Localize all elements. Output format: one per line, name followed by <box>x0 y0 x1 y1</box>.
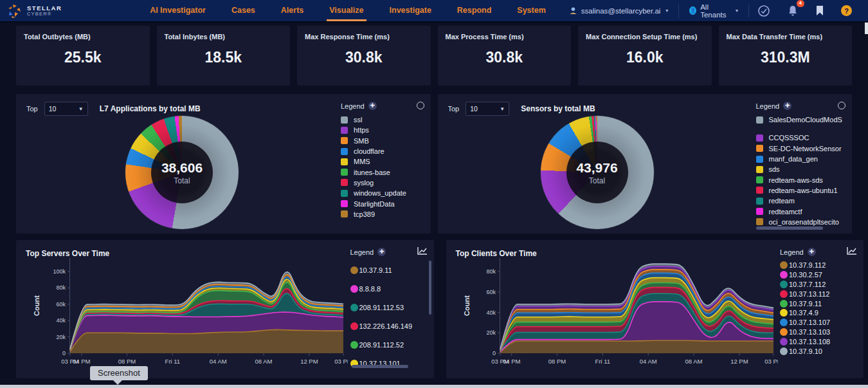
bookmarks-button[interactable] <box>807 5 833 16</box>
legend-item[interactable]: 10.37.13.112 <box>780 289 858 299</box>
legend-swatch <box>341 190 348 197</box>
legend-swatch <box>756 145 763 152</box>
legend-label: 10.30.2.57 <box>789 271 822 279</box>
legend-label: 10.37.4.9 <box>789 309 818 317</box>
health-check-button[interactable] <box>748 5 779 17</box>
legend-label: 10.37.9.11 <box>789 300 822 308</box>
legend-label: sds <box>769 165 780 173</box>
legend-item[interactable]: 10.37.13.103 <box>780 328 858 337</box>
clients-area-chart[interactable]: 020k40k60k80k03 PM04 PM08 PMFri 1104 AM0… <box>471 255 778 373</box>
legend-item[interactable]: windows_update <box>341 188 429 198</box>
legend-item[interactable]: 10.37.9.112 <box>780 261 858 270</box>
legend-item[interactable]: redteamctf <box>756 206 849 216</box>
legend-item[interactable]: syslog <box>341 178 429 188</box>
legend-item[interactable]: MMS <box>341 156 429 167</box>
legend-item[interactable]: redteam <box>756 196 849 206</box>
panel-sensors: Top 10 ▼ Sensors by total MB 43,976 Tota… <box>438 94 853 234</box>
kpi-value: 16.0k <box>586 49 704 66</box>
pie-chart-sensors[interactable]: 43,976 Total <box>541 116 654 229</box>
pie-chart-l7-applications[interactable]: 38,606 Total <box>125 116 239 229</box>
legend-item[interactable]: 10.37.9.11 <box>350 261 429 279</box>
legend-item[interactable]: SMB <box>341 136 429 146</box>
legend-item[interactable]: 10.37.9.10 <box>780 346 858 356</box>
legend-item[interactable]: tcp389 <box>341 209 429 219</box>
legend-item[interactable]: manf_data_gen <box>756 154 849 164</box>
legend-swatch <box>341 200 348 207</box>
servers-area-chart[interactable]: 020k40k60k80k100k03 PM04 PM08 PMFri 1104… <box>41 255 348 373</box>
legend-item[interactable]: SalesDemoCloudModS <box>756 115 849 125</box>
legend-horizontal-scrollbar[interactable] <box>756 226 823 230</box>
legend-clients: Legend ✚ 10.37.9.11210.30.2.5710.37.7.11… <box>780 248 858 356</box>
legend-item[interactable]: 10.37.13.108 <box>780 337 858 346</box>
legend-item[interactable]: 10.37.9.11 <box>780 299 858 308</box>
legend-item[interactable]: https <box>341 125 429 135</box>
legend-label: 10.37.13.112 <box>789 290 829 298</box>
nav-item-investigate[interactable]: Investigate <box>377 0 444 21</box>
legend-item[interactable]: StarlightData <box>341 198 429 208</box>
legend-label: SMB <box>354 137 369 145</box>
legend-dot <box>780 338 788 346</box>
legend-item[interactable]: oci_orasenatdpltsecito <box>756 217 849 227</box>
legend-item[interactable]: 208.91.112.52 <box>350 335 429 354</box>
legend-dot <box>780 319 788 326</box>
legend-item[interactable]: 10.37.4.9 <box>780 308 858 318</box>
legend-item[interactable]: 208.91.112.53 <box>350 298 429 317</box>
legend-item[interactable]: itunes-base <box>341 167 429 177</box>
legend-label: 10.37.9.11 <box>359 266 392 274</box>
top-n-select[interactable]: 10 ▼ <box>44 102 88 116</box>
legend-item[interactable]: 132.226.146.149 <box>350 317 429 335</box>
tenant-selector[interactable]: 👤 All Tenants ▾ <box>678 4 748 18</box>
legend-item[interactable]: 10.37.7.112 <box>780 280 858 290</box>
legend-settings-icon[interactable]: ✚ <box>377 248 386 256</box>
nav-item-respond[interactable]: Respond <box>444 0 504 21</box>
expand-circle-icon[interactable] <box>838 102 845 109</box>
legend-vertical-scrollbar[interactable] <box>429 261 431 315</box>
legend-item[interactable]: CCQSSSOC <box>756 133 849 143</box>
svg-text:12 PM: 12 PM <box>300 358 318 365</box>
top-n-select[interactable]: 10 ▼ <box>466 102 509 116</box>
notifications-button[interactable]: 4 <box>779 5 807 17</box>
legend-settings-icon[interactable]: ✚ <box>808 248 816 256</box>
line-chart-icon[interactable] <box>847 246 857 255</box>
legend-item[interactable]: 10.37.13.107 <box>780 318 858 328</box>
legend-item[interactable]: SE-DC-NetworkSensor <box>756 143 849 154</box>
nav-item-visualize[interactable]: Visualize <box>316 0 376 21</box>
legend-item[interactable]: sds <box>756 164 849 174</box>
nav-item-system[interactable]: System <box>504 0 558 21</box>
legend-settings-icon[interactable]: ✚ <box>783 102 791 110</box>
legend-item[interactable]: redteam-aws-sds <box>756 174 849 185</box>
legend-item[interactable]: 8.8.8.8 <box>350 279 429 298</box>
expand-circle-icon[interactable] <box>417 102 424 109</box>
legend-item[interactable]: redteam-aws-ubuntu1 <box>756 185 849 196</box>
legend-settings-icon[interactable]: ✚ <box>368 102 377 110</box>
svg-text:04 PM: 04 PM <box>502 358 520 365</box>
legend-item[interactable]: ssl <box>341 115 429 125</box>
nav-item-ai-investigator[interactable]: AI Investigator <box>137 0 219 21</box>
chevron-down-icon: ▾ <box>665 8 668 14</box>
legend-swatch <box>341 116 348 124</box>
legend-item[interactable]: cloudflare <box>341 146 429 156</box>
user-menu[interactable]: ssalinas@stellarcyber.ai ▾ <box>559 4 679 18</box>
help-button[interactable]: ? <box>833 5 860 16</box>
stellar-logo[interactable]: STELLAR CYBER® <box>6 3 82 19</box>
svg-text:08 PM: 08 PM <box>118 358 136 365</box>
legend-swatch <box>756 208 763 215</box>
legend-item[interactable]: 10.37.13.101 <box>350 354 429 373</box>
page-horizontal-scrollbar[interactable] <box>0 385 868 388</box>
page-vertical-scrollbar[interactable] <box>865 23 868 34</box>
nav-item-alerts[interactable]: Alerts <box>268 0 316 21</box>
svg-text:04 AM: 04 AM <box>210 358 227 365</box>
legend-title: Legend <box>341 102 365 110</box>
legend-swatch <box>341 148 348 155</box>
legend-dot <box>780 261 788 269</box>
legend-title: Legend <box>780 248 804 256</box>
legend-item[interactable]: 10.30.2.57 <box>780 270 858 280</box>
kpi-label: Max Data Transfer Time (ms) <box>727 33 845 41</box>
top-nav: STELLAR CYBER® AI InvestigatorCasesAlert… <box>0 0 868 23</box>
nav-item-cases[interactable]: Cases <box>219 0 268 21</box>
line-chart-icon[interactable] <box>417 246 428 255</box>
notification-badge: 4 <box>797 0 804 7</box>
legend-label: 8.8.8.8 <box>359 285 381 293</box>
legend-horizontal-scrollbar[interactable] <box>352 365 408 368</box>
top-n-value: 10 <box>470 105 478 113</box>
